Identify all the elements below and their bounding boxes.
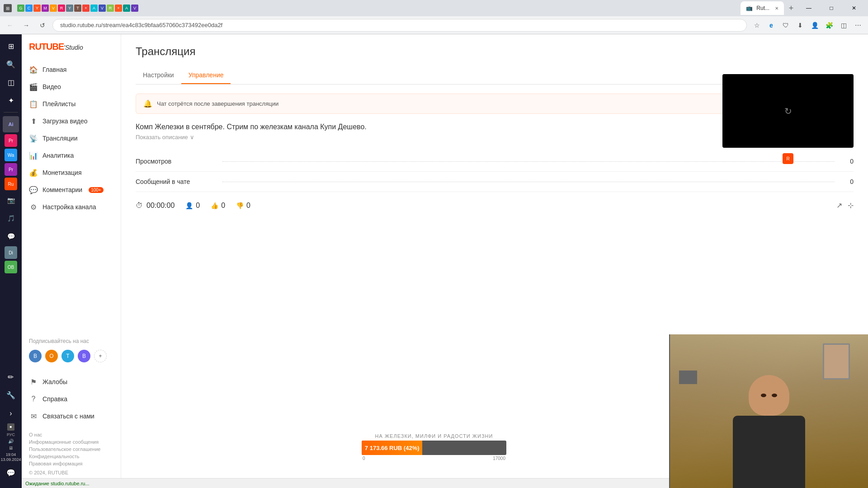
taskbar-app-6[interactable]: 🎵 (3, 210, 19, 226)
taskbar-collapse[interactable]: › (3, 405, 19, 422)
taskbar-taskview[interactable]: ◫ (3, 74, 19, 90)
sidebar-item-monetize[interactable]: 💰 Монетизация (22, 164, 121, 181)
footer-info[interactable]: Информационные сообщения (29, 439, 113, 445)
shield-icon[interactable]: 🛡 (779, 19, 792, 32)
footer-privacy[interactable]: Конфиденциальность (29, 454, 113, 459)
sidebar-item-complaints[interactable]: ⚑ Жалобы (22, 373, 121, 390)
taskbar-app-8[interactable]: Di (5, 246, 17, 259)
active-tab[interactable]: 📺 Rut... ✕ (741, 1, 784, 15)
ext-icon-8[interactable]: T (74, 5, 81, 12)
sidebar-item-playlists[interactable]: 📋 Плейлисты (22, 95, 121, 113)
sidebar-item-streams[interactable]: 📡 Трансляции (22, 130, 121, 147)
sidebar-item-comments[interactable]: 💬 Комментарии 100+ (22, 181, 121, 198)
minimize-button[interactable]: — (798, 0, 819, 16)
taskbar-app-rutube[interactable]: Ru (5, 178, 17, 190)
ext-icon-10[interactable]: A (90, 5, 98, 12)
sidebar-logo: RUTUBE'Studio (22, 42, 121, 61)
ext-icon-5[interactable]: V (50, 5, 57, 12)
taskbar-widgets[interactable]: ✦ (3, 92, 19, 108)
sidebar-label-monetize: Монетизация (42, 169, 82, 176)
webcam-picture (824, 345, 849, 378)
taskbar-app-9[interactable]: OB (5, 261, 17, 273)
ext-icon-4[interactable]: M (42, 5, 49, 12)
viewers-icon: 👤 (185, 202, 193, 209)
ext-icon-2[interactable]: C (25, 5, 33, 12)
social-ok[interactable]: О (45, 350, 58, 362)
taskbar-app-1[interactable]: Ai (3, 116, 19, 132)
webcam-face (749, 375, 789, 416)
footer-about[interactable]: О нас (29, 432, 113, 437)
new-tab-button[interactable]: + (786, 3, 797, 14)
external-link-button[interactable]: ⊹ (848, 201, 854, 210)
ext-icon-14[interactable]: A (123, 5, 130, 12)
taskbar-app-3[interactable]: Wa (5, 149, 17, 161)
ext-icon-13[interactable]: + (115, 5, 122, 12)
share-button[interactable]: ↗ (836, 201, 842, 210)
taskbar-monitor[interactable]: 🖥 (9, 446, 13, 450)
taskbar-small-1[interactable]: ■ (7, 423, 14, 431)
footer-links-small: О нас Информационные сообщения Пользоват… (29, 430, 113, 466)
tab-settings[interactable]: Настройки (136, 67, 181, 84)
ext-icon-6[interactable]: R (58, 5, 65, 12)
social-tg[interactable]: Т (61, 350, 74, 362)
sidebar-label-upload: Загрузка видео (42, 117, 88, 125)
social-add-button[interactable]: + (94, 350, 107, 362)
sidebar-item-analytics[interactable]: 📊 Аналитика (22, 147, 121, 164)
sidebar-item-channel-settings[interactable]: ⚙ Настройка канала (22, 198, 121, 216)
window-controls: — □ ✕ (798, 0, 864, 16)
ext-icon-9[interactable]: + (82, 5, 90, 12)
social-vk[interactable]: В (29, 350, 42, 362)
taskbar-search[interactable]: 🔍 (3, 56, 19, 72)
ext-icon-15[interactable]: V (131, 5, 138, 12)
maximize-button[interactable]: □ (821, 0, 842, 16)
logo-studio: 'Studio (64, 44, 83, 51)
video-header-icons: R (722, 153, 854, 164)
tab-management[interactable]: Управление (181, 67, 231, 84)
sidebar-item-home[interactable]: 🏠 Главная (22, 61, 121, 78)
sidebar-toggle[interactable]: ◫ (837, 19, 850, 32)
sidebar-label-contact: Связаться с нами (42, 413, 94, 420)
taskbar-app-5[interactable]: 📷 (3, 192, 19, 208)
sidebar-item-contact[interactable]: ✉ Связаться с нами (22, 408, 121, 425)
progress-ends: 0 17000 (362, 456, 506, 461)
edge-icon[interactable]: e (765, 19, 778, 32)
close-button[interactable]: ✕ (844, 0, 864, 16)
taskbar-app-7[interactable]: 💬 (3, 228, 19, 244)
ext-icon-11[interactable]: V (99, 5, 106, 12)
sidebar-item-video[interactable]: 🎬 Видео (22, 78, 121, 95)
sidebar-item-help[interactable]: ? Справка (22, 390, 121, 408)
windows-start[interactable]: ⊞ (4, 4, 12, 12)
taskbar-pen[interactable]: ✏ (3, 369, 19, 385)
ext-icon-3[interactable]: Y (33, 5, 41, 12)
taskbar-time: 19:04 13.09.2024 (0, 452, 21, 463)
help-icon: ? (29, 394, 38, 404)
forward-button[interactable]: → (20, 19, 33, 32)
close-tab-icon[interactable]: ✕ (775, 6, 778, 11)
browser-menu[interactable]: ⋯ (852, 19, 864, 32)
progress-end: 17000 (493, 456, 505, 461)
status-text: Ожидание studio.rutube.ru... (25, 481, 90, 486)
ext-icon-1[interactable]: G (17, 5, 24, 12)
taskbar-app-2[interactable]: Pr (5, 134, 17, 147)
taskbar-chat[interactable]: 💬 (3, 465, 19, 481)
ext-icon-7[interactable]: Y (66, 5, 73, 12)
bookmark-icon[interactable]: ☆ (750, 19, 763, 32)
extensions-icon[interactable]: 🧩 (823, 19, 835, 32)
sidebar-item-upload[interactable]: ⬆ Загрузка видео (22, 113, 121, 130)
social-viber[interactable]: В (78, 350, 90, 362)
footer-copyright: © 2024, RUTUBE (29, 470, 113, 475)
url-input[interactable]: studio.rutube.ru/stream/ea4c83c9bfaa6570… (52, 19, 747, 32)
footer-terms[interactable]: Пользовательское соглашение (29, 446, 113, 452)
download-icon[interactable]: ⬇ (794, 19, 807, 32)
back-button[interactable]: ← (4, 19, 16, 32)
profile-icon[interactable]: 👤 (808, 19, 821, 32)
taskbar-settings2[interactable]: 🔧 (3, 387, 19, 404)
reload-button[interactable]: ↺ (36, 19, 49, 32)
tab-bar: ⊞ G C Y M V R Y T + A V R + A V 📺 Rut...… (0, 0, 868, 16)
footer-legal[interactable]: Правовая информация (29, 461, 113, 466)
page-title: Трансляция (136, 45, 854, 58)
ext-icon-12[interactable]: R (107, 5, 114, 12)
taskbar-volume[interactable]: 🔊 (8, 439, 14, 444)
taskbar-start[interactable]: ⊞ (3, 38, 19, 54)
taskbar-app-4[interactable]: Pr (5, 163, 17, 176)
